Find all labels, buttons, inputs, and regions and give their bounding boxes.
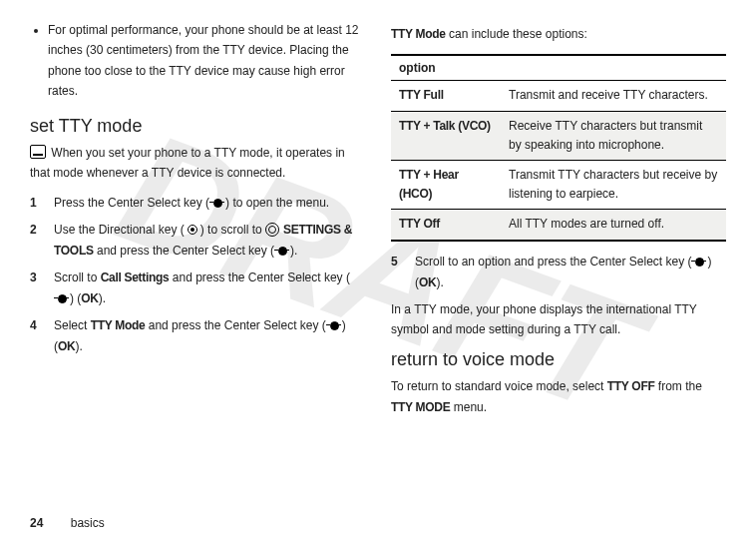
table-row: TTY + Hear (HCO) Transmit TTY characters…	[391, 160, 726, 209]
page-number: 24	[30, 516, 43, 530]
tty-mode-lead: TTY Mode can include these options:	[391, 24, 726, 44]
step-3-text: Scroll to Call Settings and press the Ce…	[54, 268, 365, 309]
step-1-text: Press the Center Select key () to open t…	[54, 193, 365, 214]
right-column: TTY Mode can include these options: opti…	[391, 20, 726, 427]
directional-key-icon	[185, 225, 200, 235]
return-voice-paragraph: To return to standard voice mode, select…	[391, 376, 726, 417]
step-5-text: Scroll to an option and press the Center…	[415, 252, 726, 293]
intro-paragraph: When you set your phone to a TTY mode, i…	[30, 143, 365, 184]
table-row: TTY + Talk (VCO) Receive TTY characters …	[391, 111, 726, 160]
center-key-icon	[326, 320, 342, 330]
center-key-icon	[274, 246, 290, 256]
step-number: 4	[30, 315, 42, 357]
center-key-icon	[209, 198, 225, 208]
table-header: option	[391, 55, 726, 81]
step-number: 1	[30, 193, 42, 214]
step-number: 5	[391, 252, 403, 293]
section-name: basics	[71, 516, 105, 530]
bullet-item: For optimal performance, your phone shou…	[48, 20, 365, 102]
left-column: For optimal performance, your phone shou…	[30, 20, 365, 427]
center-key-icon	[691, 257, 707, 267]
options-table: option TTY Full Transmit and receive TTY…	[391, 54, 726, 241]
footer: 24 basics	[30, 516, 105, 530]
center-key-icon	[54, 293, 70, 303]
step-number: 3	[30, 268, 42, 309]
intro-text: When you set your phone to a TTY mode, i…	[30, 146, 345, 180]
step-number: 2	[30, 220, 42, 262]
gear-icon	[265, 223, 279, 237]
table-row: TTY Off All TTY modes are turned off.	[391, 210, 726, 241]
heading-set-tty-mode: set TTY mode	[30, 116, 365, 137]
table-row: TTY Full Transmit and receive TTY charac…	[391, 81, 726, 111]
heading-return-voice: return to voice mode	[391, 349, 726, 370]
step-4-text: Select TTY Mode and press the Center Sel…	[54, 315, 365, 357]
tty-mode-note: In a TTY mode, your phone displays the i…	[391, 299, 726, 340]
step-2-text: Use the Directional key () to scroll to …	[54, 220, 365, 262]
phone-icon	[30, 145, 46, 159]
